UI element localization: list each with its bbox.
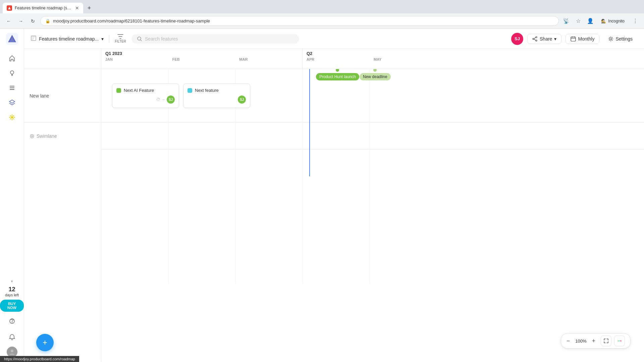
roadmap-title-text: Features timeline roadmap...	[39, 36, 99, 42]
lock-icon: 🔒	[45, 19, 50, 23]
app-layout: ▼ 12 days left BUY NOW Fea	[0, 29, 644, 361]
bookmark-button[interactable]: ☆	[574, 16, 583, 26]
tab-favicon	[7, 5, 12, 11]
address-bar[interactable]: 🔒 moodjoy.productboard.com/roadmap/62181…	[40, 16, 559, 26]
timeline-scroll[interactable]: Q1 2023 JAN FEB MAR Q2 APR	[101, 49, 644, 361]
days-left-badge: 12 days left	[5, 286, 19, 297]
svg-point-13	[536, 37, 537, 38]
sidebar-bottom: ▼ 12 days left BUY NOW	[0, 280, 24, 357]
sidebar-item-lightbulb[interactable]	[5, 66, 19, 80]
svg-point-19	[619, 341, 620, 342]
search-box[interactable]: Search features	[131, 34, 299, 44]
svg-rect-6	[10, 87, 14, 88]
feature-dot-ai	[116, 88, 121, 93]
url-text: moodjoy.productboard.com/roadmap/6218101…	[53, 18, 554, 23]
feature-avatar-ai: SJ	[167, 96, 175, 104]
q1-label: Q1 2023	[101, 51, 302, 57]
buy-now-button[interactable]: BUY NOW	[0, 300, 24, 312]
sidebar-item-home[interactable]	[5, 52, 19, 65]
expand-button[interactable]	[601, 336, 611, 346]
sidebar-item-sparkle[interactable]	[5, 111, 19, 124]
sidebar-item-bell[interactable]	[5, 330, 19, 344]
sidebar: ▼ 12 days left BUY NOW	[0, 29, 24, 361]
days-left-label: days left	[5, 293, 19, 297]
feature-title-next: Next feature	[195, 88, 246, 93]
zoom-controls: − 100% +	[561, 333, 631, 349]
header-separator	[109, 35, 109, 43]
roadmap-title[interactable]: Features timeline roadmap... ▾	[31, 36, 104, 42]
menu-button[interactable]: ⋮	[631, 16, 640, 26]
status-bar-url: https://moodjoy.productboard.com/roadmap	[4, 357, 75, 361]
status-bar: https://moodjoy.productboard.com/roadmap	[0, 356, 79, 362]
lane-row-new-lane: Next AI Feature ⏱ – SJ	[101, 69, 644, 123]
cast-button[interactable]: 📡	[561, 16, 571, 26]
add-swimlane-button[interactable]: ⊕ Swimlane	[24, 123, 101, 149]
swimlane-empty-row	[101, 123, 644, 149]
timeline-area: New lane ⊕ Swimlane Q1 2023	[24, 49, 644, 361]
timeline-header: Q1 2023 JAN FEB MAR Q2 APR	[101, 49, 644, 69]
dots-menu-button[interactable]	[614, 336, 625, 346]
app-logo[interactable]	[6, 33, 18, 45]
feb-label: FEB	[168, 57, 235, 69]
svg-point-8	[11, 116, 13, 118]
fab-add-button[interactable]: +	[36, 334, 54, 351]
user-avatar-header[interactable]: SJ	[511, 33, 523, 45]
lane-labels: New lane ⊕ Swimlane	[24, 49, 101, 361]
jan-label: JAN	[101, 57, 168, 69]
time-icon: ⏱	[156, 97, 160, 102]
tab-title: Features timeline roadmap (sam...	[15, 6, 72, 10]
filter-button[interactable]: FILTER	[115, 34, 126, 43]
app-header: Features timeline roadmap... ▾ FILTER Se…	[24, 29, 644, 49]
scroll-indicator: ▼	[10, 280, 14, 283]
main-area: Features timeline roadmap... ▾ FILTER Se…	[24, 29, 644, 361]
feature-dot-next	[187, 88, 192, 93]
today-line	[309, 69, 310, 176]
svg-point-10	[11, 350, 13, 352]
sidebar-item-help[interactable]	[5, 314, 19, 328]
q2-label: Q2	[303, 51, 644, 57]
new-tab-button[interactable]: +	[85, 3, 94, 13]
roadmap-title-chevron[interactable]: ▾	[101, 36, 104, 42]
incognito-label: 🕵 Incognito	[598, 17, 628, 25]
lane-label-new-lane: New lane	[24, 69, 101, 123]
tab-close-button[interactable]: ✕	[75, 5, 79, 11]
svg-rect-5	[10, 86, 14, 86]
sidebar-item-list[interactable]	[5, 81, 19, 95]
days-left-number: 12	[8, 286, 15, 293]
zoom-out-button[interactable]: −	[567, 338, 570, 345]
back-button[interactable]: ←	[4, 16, 13, 26]
svg-point-15	[533, 38, 534, 40]
browser-action-buttons: 📡 ☆ 👤 🕵 Incognito ⋮	[561, 16, 640, 26]
roadmap-title-icon	[31, 36, 36, 42]
svg-point-14	[536, 40, 537, 41]
feature-card-header: Next AI Feature	[116, 88, 175, 93]
timeline-grid: Q1 2023 JAN FEB MAR Q2 APR	[101, 49, 644, 361]
feature-card-next-feature[interactable]: Next feature SJ	[183, 83, 250, 108]
svg-rect-16	[571, 37, 576, 41]
zoom-level-text: 100%	[573, 339, 589, 344]
feature-card-footer-ai: ⏱ – SJ	[116, 96, 175, 104]
sidebar-item-layers[interactable]	[5, 96, 19, 109]
feature-dash: –	[162, 97, 165, 102]
feature-card-next-ai-feature[interactable]: Next AI Feature ⏱ – SJ	[112, 83, 179, 108]
add-swimlane-icon: ⊕	[30, 132, 35, 140]
browser-chrome: Features timeline roadmap (sam... ✕ + ← …	[0, 0, 644, 29]
browser-controls: ← → ↻ 🔒 moodjoy.productboard.com/roadmap…	[0, 13, 644, 28]
browser-tab-active[interactable]: Features timeline roadmap (sam... ✕	[3, 3, 83, 13]
add-swimlane-label: Swimlane	[37, 133, 57, 139]
lane-header-spacer	[24, 49, 101, 69]
svg-point-4	[10, 71, 14, 74]
svg-rect-7	[10, 89, 14, 90]
svg-marker-0	[8, 7, 11, 9]
zoom-in-button[interactable]: +	[592, 338, 595, 345]
feature-avatar-next: SJ	[238, 96, 246, 104]
monthly-button[interactable]: Monthly	[566, 34, 599, 44]
settings-button[interactable]: Settings	[603, 34, 637, 44]
search-placeholder: Search features	[145, 36, 178, 42]
feature-card-footer-next: SJ	[187, 96, 246, 104]
forward-button[interactable]: →	[16, 16, 25, 26]
refresh-button[interactable]: ↻	[28, 16, 38, 26]
empty-timeline-area	[101, 149, 644, 284]
profile-button[interactable]: 👤	[586, 16, 595, 26]
share-button[interactable]: Share ▾	[527, 34, 561, 44]
